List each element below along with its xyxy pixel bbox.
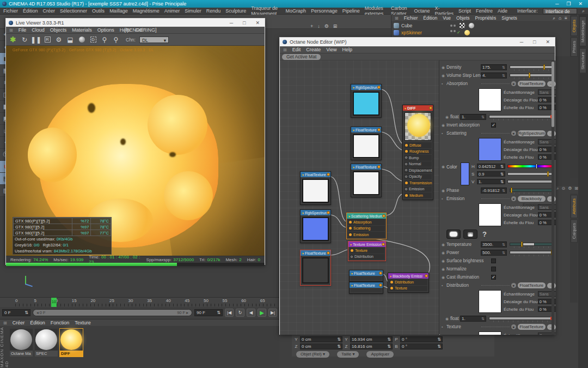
octane-logo-icon[interactable]: ✱ — [9, 36, 17, 44]
port-normal[interactable]: Normal — [404, 161, 432, 167]
channel-dropdown[interactable]: DL▾ — [139, 37, 169, 43]
menu-selectionner[interactable]: Sélectionner — [60, 8, 87, 14]
params-scrollbar[interactable] — [552, 61, 554, 335]
node-graph-canvas[interactable]: ▾RgbSpectrum ▾FloatTexture ▾FloatTexture… — [280, 61, 439, 335]
port-texture[interactable]: Texture — [350, 248, 384, 254]
maximize-icon[interactable]: ❐ — [566, 1, 571, 7]
menu-sculpture[interactable]: Sculpture — [225, 8, 246, 14]
menu-octane[interactable]: Octane — [414, 8, 430, 14]
pos-y-field[interactable]: 0 cm⇅ — [300, 336, 342, 342]
power-slider[interactable] — [510, 250, 553, 256]
node-editor-titlebar[interactable]: Octane Node Editor (WIP) ─ □ ✕ — [280, 38, 555, 46]
node-output-port[interactable] — [327, 251, 330, 255]
menu-aide[interactable]: Aide — [498, 8, 507, 14]
material-ball-icon[interactable] — [79, 37, 85, 43]
size-z-field[interactable]: 16.816 cm⇅ — [350, 343, 393, 349]
port-bump[interactable]: Bump — [404, 155, 432, 161]
ne-menu-help[interactable]: Help — [342, 47, 353, 52]
node-output-port[interactable] — [379, 283, 382, 287]
lv-menu-options[interactable]: Options — [97, 27, 114, 33]
pos-z-field[interactable]: 0 cm⇅ — [300, 343, 342, 349]
go-to-start-button[interactable]: |◀ — [225, 309, 234, 317]
pick-material-icon[interactable]: ⚲ — [101, 36, 108, 44]
distribution-node-button[interactable]: FloatTexture — [518, 282, 546, 288]
blue-color-swatch[interactable] — [302, 217, 329, 241]
emission-node-icon[interactable]: ● — [511, 196, 516, 201]
om-menu-objets[interactable]: Objets — [456, 15, 470, 21]
lv-menu-materials[interactable]: Materials — [72, 27, 92, 33]
menu-rendu[interactable]: Rendu — [206, 8, 221, 14]
render-viewport[interactable]: GeForce GTX 980 (P)(T)(5.2) . GeForce GT… — [6, 46, 265, 256]
tab-attributs[interactable]: Attributs — [571, 195, 578, 218]
om-home-icon[interactable]: ⌂ — [559, 15, 561, 21]
port-opacity[interactable]: Opacity — [404, 174, 432, 180]
saturation-field[interactable]: 0.9⇅ — [477, 171, 505, 177]
frame-range-slider[interactable]: ◂ 0 F 90 F ▸ — [33, 309, 192, 316]
coord-mode-dropdown[interactable]: Objet (Rel) ▾ — [296, 351, 329, 358]
hue-slider[interactable] — [507, 164, 553, 169]
lv-menu-objects[interactable]: Objects — [50, 27, 67, 33]
lv-menu-file[interactable]: File — [19, 27, 27, 33]
material-chip-gray-sphere[interactable] — [469, 23, 474, 28]
material-octane[interactable]: Octane Ma — [10, 329, 33, 357]
material-spec[interactable]: SPEC — [35, 329, 58, 357]
am-grid-icon[interactable]: ⊞ — [574, 186, 578, 191]
lv-minimize-icon[interactable]: ─ — [230, 20, 233, 26]
om-menu-fichier[interactable]: Fichier — [404, 15, 418, 21]
white-float-swatch[interactable] — [353, 134, 379, 158]
node-floattexture-6[interactable]: ▾FloatTexture — [349, 282, 383, 294]
density-field[interactable]: 175.⇅ — [481, 64, 507, 70]
ne-menu-edit[interactable]: Edit — [292, 47, 301, 52]
tab-prises[interactable]: Prises — [571, 37, 578, 57]
om-menu-vue[interactable]: Vue — [443, 15, 451, 21]
node-output-port[interactable] — [377, 128, 381, 131]
om-menu-proprietes[interactable]: Propriétés — [475, 15, 497, 21]
absorption-float-field[interactable]: 1.⇅ — [460, 114, 486, 120]
node-output-port[interactable] — [379, 272, 382, 275]
settings-gear-icon[interactable]: ⚙ — [55, 36, 63, 44]
surface-brightness-checkbox[interactable] — [491, 258, 496, 263]
texture-node-icon[interactable]: ● — [511, 324, 516, 329]
port-transmission[interactable]: Transmission — [404, 180, 432, 186]
hue-field[interactable]: 0.642512⇅ — [477, 164, 505, 169]
am-lock-icon[interactable]: ⊙ — [561, 186, 565, 191]
menu-edition[interactable]: Édition — [23, 8, 38, 14]
lv-menu-cloud[interactable]: Cloud — [32, 27, 45, 33]
saturation-slider[interactable] — [507, 171, 553, 177]
color-swatch[interactable] — [461, 162, 469, 185]
emission-node-button[interactable]: Blackbody Emission — [518, 196, 546, 202]
distribution-node-icon[interactable]: ● — [511, 283, 516, 288]
port-medium[interactable]: Medium — [404, 192, 432, 198]
frame-start-field[interactable]: 0 F⇅ — [2, 309, 30, 316]
value-slider[interactable] — [507, 179, 553, 184]
menu-pipeline[interactable]: Pipeline — [342, 8, 360, 14]
search-icon[interactable]: ⌕ — [582, 8, 585, 14]
power-field[interactable]: 500.⇅ — [481, 250, 507, 256]
port-scattering[interactable]: Scattering — [348, 226, 385, 232]
dark-float-swatch[interactable] — [302, 257, 329, 283]
node-output-port[interactable] — [377, 165, 381, 168]
absorption-node-button[interactable]: FloatTexture — [518, 81, 546, 87]
volume-step-field[interactable]: 4.⇅ — [481, 73, 507, 79]
timeline-ruler[interactable]: 0510 152025 303540 455055 6065 10 — [0, 297, 279, 307]
rot-b-field[interactable]: 0 °⇅ — [400, 343, 443, 349]
cast-illumination-checkbox[interactable]: ✓ — [491, 275, 496, 280]
ne-grid-icon[interactable]: ⊞ — [283, 47, 287, 52]
temperature-field[interactable]: 3500.⇅ — [481, 242, 507, 248]
gear-icon[interactable]: ⚙ — [324, 23, 329, 29]
white-float-swatch[interactable] — [302, 179, 329, 203]
node-output-port[interactable] — [382, 243, 385, 246]
node-blackbody-emission[interactable]: ▾Blackbody Emissi Distribution Texture — [388, 273, 429, 293]
node-output-port[interactable] — [327, 173, 330, 176]
live-viewer-titlebar[interactable]: Live Viewer 3.03.3-R1 ─ □ ✕ — [6, 19, 265, 27]
absorption-node-icon[interactable]: ● — [511, 81, 516, 86]
scattering-node-icon[interactable]: ● — [511, 131, 516, 136]
node-floattexture-2[interactable]: ▾FloatTexture — [351, 164, 382, 197]
minimize-icon[interactable]: ─ — [555, 1, 559, 7]
object-row-xpskinner[interactable]: xpSkinner ✓ — [391, 29, 571, 36]
distribution-float-slider[interactable] — [489, 316, 553, 322]
om-filter-icon[interactable]: ≡ — [565, 15, 567, 21]
am-gear-icon[interactable]: ⚙ — [568, 186, 572, 191]
menu-outils[interactable]: Outils — [92, 8, 105, 14]
ne-minimize-icon[interactable]: ─ — [520, 39, 523, 45]
